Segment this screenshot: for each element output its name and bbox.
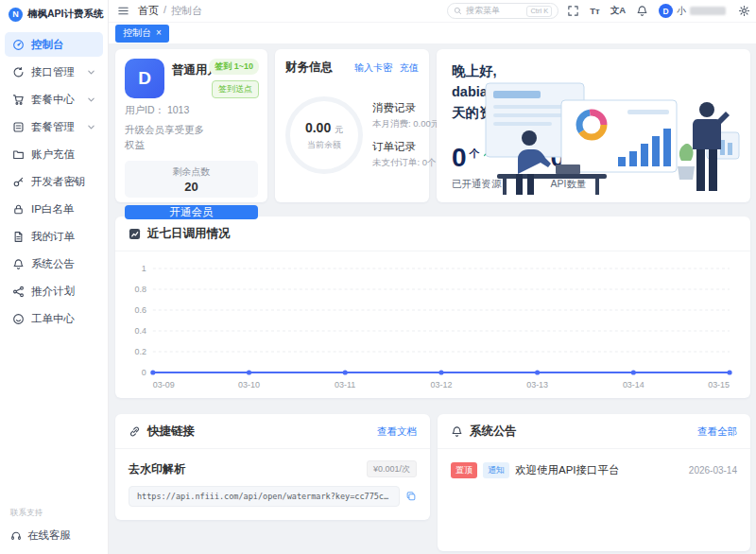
dashboard-icon: [12, 39, 25, 51]
trend-up-icon: [483, 146, 494, 157]
copy-url-button[interactable]: [405, 491, 417, 502]
stat-opened-resources: 0 个 已开通资源: [452, 145, 502, 191]
open-membership-button[interactable]: 开通会员: [125, 205, 258, 219]
upgrade-hint: 升级会员享受更多权益: [125, 123, 212, 153]
stat-value: 0: [452, 145, 467, 171]
top-bar: 首页 / 控制台 搜索菜单 Ctrl K Tт 文A D 小: [109, 0, 756, 23]
announcement-date: 2026-03-14: [689, 465, 737, 476]
chart-card: 近七日调用情况 00.20.40.60.8103-0903-1003-1103-…: [115, 216, 750, 398]
quick-link-price-badge: ¥0.001/次: [367, 460, 417, 477]
svg-text:03-15: 03-15: [708, 380, 730, 390]
username-redacted: [690, 7, 726, 15]
balance-ring: 0.00 元 当前余额: [285, 96, 363, 174]
card-key-link[interactable]: 输入卡密: [354, 61, 392, 75]
search-input[interactable]: 搜索菜单 Ctrl K: [447, 3, 558, 19]
sidebar-item-file[interactable]: 我的订单: [5, 224, 103, 249]
consume-detail: 本月消费: 0.00元: [372, 118, 419, 130]
fullscreen-icon: [567, 5, 579, 17]
avatar: D: [659, 4, 673, 18]
announcement-row[interactable]: 置顶 通知 欢迎使用API接口平台 2026-03-14: [438, 449, 750, 492]
recharge-link[interactable]: 充值: [400, 61, 419, 75]
signin-range-badge: 签到 1~10: [209, 59, 259, 75]
sidebar-item-label: 接口管理: [31, 65, 75, 79]
finance-title: 财务信息: [285, 60, 333, 76]
order-detail: 未支付订单: 0个: [372, 157, 419, 169]
gear-icon: [738, 5, 750, 17]
sidebar-item-label: IP白名单: [31, 202, 74, 216]
tab-close-icon[interactable]: ×: [156, 28, 162, 38]
logo-icon: N: [9, 8, 23, 22]
menu-collapse-icon: [117, 5, 129, 17]
stat-unit: 个: [470, 147, 480, 161]
announcements-title: 系统公告: [470, 424, 517, 440]
svg-text:03-14: 03-14: [623, 380, 644, 390]
tab-console[interactable]: 控制台 ×: [115, 25, 169, 43]
greeting-card: 晚上好, dabiaoge！ 看看今天的资源开通情况 0 个 已开通资源 0: [437, 49, 750, 202]
svg-text:0: 0: [142, 368, 146, 377]
sidebar-item-label: 推介计划: [31, 285, 75, 299]
notifications-button[interactable]: [636, 5, 648, 17]
tab-label: 控制台: [123, 26, 151, 40]
share-icon: [12, 286, 25, 298]
sidebar-item-cart[interactable]: 套餐中心: [5, 87, 103, 112]
settings-button[interactable]: [738, 5, 750, 17]
signin-button[interactable]: 签到送点: [212, 80, 259, 98]
view-docs-link[interactable]: 查看文档: [377, 425, 417, 439]
consume-title: 消费记录: [372, 101, 419, 115]
user-card: D 普通用户 签到 1~10 签到送点 用户ID： 1013 升级会员享受更多权…: [115, 49, 267, 202]
translate-button[interactable]: 文A: [610, 5, 626, 17]
notice-badge: 通知: [483, 462, 509, 478]
bell-icon: [636, 5, 648, 17]
chevron-down-icon: [87, 123, 95, 131]
sidebar-item-label: 套餐管理: [31, 120, 75, 134]
collapse-sidebar-button[interactable]: [117, 5, 129, 17]
stat-unit: 个: [568, 147, 578, 161]
sidebar-item-dashboard[interactable]: 控制台: [5, 32, 103, 57]
svg-text:0.8: 0.8: [134, 285, 146, 294]
folder-icon: [12, 148, 25, 161]
sidebar-item-folder[interactable]: 账户充值: [5, 142, 103, 166]
balance-unit: 元: [335, 125, 343, 134]
bell-icon: [12, 258, 25, 270]
svg-text:03-10: 03-10: [238, 380, 260, 390]
user-menu[interactable]: D 小: [659, 4, 726, 18]
chart-area: 00.20.40.60.8103-0903-1003-1103-1203-130…: [115, 251, 750, 397]
sidebar-item-package[interactable]: 套餐管理: [5, 114, 103, 139]
sidebar-item-api[interactable]: 接口管理: [5, 60, 103, 84]
chevron-down-icon: [87, 68, 95, 77]
fullscreen-button[interactable]: [567, 5, 579, 17]
sidebar-item-lock[interactable]: IP白名单: [5, 197, 103, 221]
api-icon: [12, 66, 25, 78]
view-all-link[interactable]: 查看全部: [697, 425, 737, 439]
cart-icon: [12, 94, 25, 106]
online-support-link[interactable]: 在线客服: [10, 528, 97, 543]
greeting-text: 晚上好, dabiaoge！ 看看今天的资源开通情况: [452, 61, 573, 123]
breadcrumb-home[interactable]: 首页: [138, 4, 159, 18]
package-icon: [12, 121, 25, 133]
announcements-card: 系统公告 查看全部 置顶 通知 欢迎使用API接口平台 2026-03-14: [438, 414, 750, 551]
stat-value: 0: [551, 145, 566, 171]
page-content: D 普通用户 签到 1~10 签到送点 用户ID： 1013 升级会员享受更多权…: [109, 43, 756, 554]
font-size-button[interactable]: Tт: [590, 6, 599, 16]
pinned-badge: 置顶: [451, 462, 477, 478]
line-chart: 00.20.40.60.8103-0903-1003-1103-1203-130…: [125, 261, 737, 393]
quick-link-item: 去水印解析 ¥0.001/次: [129, 460, 417, 477]
sidebar-menu: 控制台接口管理套餐中心套餐管理账户充值开发者密钥IP白名单我的订单系统公告推介计…: [0, 25, 108, 502]
smile-icon: [12, 313, 25, 325]
quick-links-title: 快捷链接: [147, 424, 195, 440]
sidebar-item-smile[interactable]: 工单中心: [5, 306, 103, 331]
chevron-down-icon: [87, 95, 95, 104]
link-icon: [129, 425, 141, 438]
stat-label: 已开通资源: [452, 178, 502, 191]
breadcrumb: 首页 / 控制台: [138, 4, 202, 18]
points-box: 剩余点数 20: [125, 161, 258, 198]
sidebar-item-share[interactable]: 推介计划: [5, 279, 103, 303]
sidebar-item-key[interactable]: 开发者密钥: [5, 169, 103, 194]
sidebar: N 楠枫API计费系统 控制台接口管理套餐中心套餐管理账户充值开发者密钥IP白名…: [0, 0, 109, 554]
sidebar-item-bell[interactable]: 系统公告: [5, 251, 103, 276]
support-link-label: 在线客服: [27, 528, 71, 543]
support-label: 联系支持: [10, 508, 97, 519]
user-avatar: D: [125, 59, 164, 98]
svg-text:03-12: 03-12: [430, 380, 452, 390]
api-url-field[interactable]: https://api.nfiii.com/api/open/watermark…: [129, 486, 400, 507]
